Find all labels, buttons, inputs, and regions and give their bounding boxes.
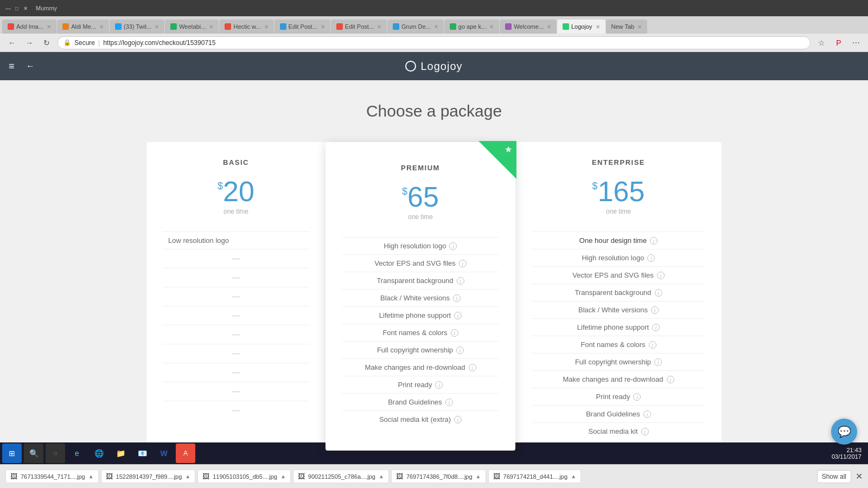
info-icon[interactable]: i bbox=[643, 410, 651, 418]
tab-close-icon[interactable]: ✕ bbox=[209, 24, 213, 30]
back-button[interactable]: ← bbox=[5, 36, 18, 49]
info-icon[interactable]: i bbox=[449, 242, 457, 250]
download-item-6[interactable]: 🖼 7697174218_d441....jpg ▲ bbox=[488, 470, 582, 483]
feature-label: Transparent background bbox=[575, 288, 651, 297]
extension-button[interactable]: ⋯ bbox=[850, 36, 863, 49]
taskbar-folder[interactable]: 📁 bbox=[111, 444, 130, 463]
bookmark-button[interactable]: ☆ bbox=[815, 36, 828, 49]
info-icon[interactable]: i bbox=[655, 289, 662, 297]
info-icon[interactable]: i bbox=[445, 399, 453, 406]
tab-edit1[interactable]: Edit Post... ✕ bbox=[275, 20, 330, 34]
tab-twitter[interactable]: (33) Twit... ✕ bbox=[110, 20, 164, 34]
info-icon[interactable]: i bbox=[457, 277, 464, 285]
taskbar-outlook[interactable]: 📧 bbox=[132, 444, 152, 463]
close-downloads-button[interactable]: ✕ bbox=[856, 471, 863, 481]
dash-icon: — bbox=[232, 406, 240, 415]
tab-close-icon[interactable]: ✕ bbox=[321, 24, 325, 30]
info-icon[interactable]: i bbox=[453, 294, 461, 302]
tab-logojoy[interactable]: Logojoy ✕ bbox=[557, 20, 605, 34]
premium-feature-high-res: High resolution logo i bbox=[342, 237, 499, 254]
info-icon[interactable]: i bbox=[652, 324, 660, 331]
basic-features-list: Low resolution logo — — — — — — — — — bbox=[163, 232, 309, 420]
tab-edit2[interactable]: Edit Post... ✕ bbox=[331, 20, 387, 34]
info-icon[interactable]: i bbox=[650, 237, 658, 245]
info-icon[interactable]: i bbox=[647, 254, 655, 262]
menu-button[interactable]: ≡ bbox=[9, 61, 15, 72]
info-icon[interactable]: i bbox=[633, 393, 641, 401]
back-nav-button[interactable]: ← bbox=[26, 61, 35, 71]
info-icon[interactable]: i bbox=[435, 381, 443, 389]
tab-close-icon[interactable]: ✕ bbox=[377, 24, 381, 30]
download-item-1[interactable]: 🖼 7671339544_7171....jpg ▲ bbox=[5, 470, 99, 483]
tab-close-icon[interactable]: ✕ bbox=[99, 24, 104, 30]
tab-close-icon[interactable]: ✕ bbox=[547, 24, 551, 30]
user-name: Mummy bbox=[36, 5, 57, 11]
download-chevron-icon[interactable]: ▲ bbox=[185, 473, 190, 479]
close-button[interactable]: ✕ bbox=[22, 4, 29, 12]
show-all-button[interactable]: Show all bbox=[817, 470, 851, 483]
info-icon[interactable]: i bbox=[651, 306, 659, 314]
refresh-button[interactable]: ↻ bbox=[40, 36, 53, 49]
chat-button[interactable]: 💬 bbox=[831, 419, 857, 445]
basic-dash-1: — bbox=[163, 249, 309, 268]
tab-aldi[interactable]: Aldi Me... ✕ bbox=[57, 20, 109, 34]
tab-close-icon[interactable]: ✕ bbox=[264, 24, 269, 30]
taskbar-app[interactable]: A bbox=[176, 444, 195, 463]
tab-close-icon[interactable]: ✕ bbox=[47, 24, 51, 30]
info-icon[interactable]: i bbox=[469, 364, 476, 371]
taskbar-chrome[interactable]: 🌐 bbox=[89, 444, 108, 463]
info-icon[interactable]: i bbox=[451, 329, 458, 337]
basic-dash-4: — bbox=[163, 306, 309, 325]
premium-feature-copyright: Full copyright ownership i bbox=[342, 341, 499, 358]
url-bar[interactable]: 🔒 Secure | https://logojoy.com/checkout/… bbox=[58, 36, 810, 49]
tab-close-icon[interactable]: ✕ bbox=[489, 24, 494, 30]
tab-goape[interactable]: go ape k... ✕ bbox=[444, 20, 499, 34]
download-item-5[interactable]: 🖼 7697174386_7f0d8....jpg ▲ bbox=[391, 470, 486, 483]
info-icon[interactable]: i bbox=[459, 260, 467, 267]
tab-welcome[interactable]: Welcome... ✕ bbox=[500, 20, 557, 34]
download-chevron-icon[interactable]: ▲ bbox=[88, 473, 94, 479]
download-item-3[interactable]: 🖼 11905103105_db5....jpg ▲ bbox=[197, 470, 291, 483]
taskbar-cortana[interactable]: ○ bbox=[46, 444, 65, 463]
enterprise-feature-transparent: Transparent background i bbox=[532, 284, 705, 301]
premium-feature-brand: Brand Guidelines i bbox=[342, 393, 499, 410]
download-file-icon: 🖼 bbox=[106, 472, 113, 480]
download-chevron-icon[interactable]: ▲ bbox=[379, 473, 384, 479]
download-chevron-icon[interactable]: ▲ bbox=[280, 473, 286, 479]
info-icon[interactable]: i bbox=[654, 358, 662, 366]
feature-label: Print ready bbox=[398, 381, 432, 389]
tab-close-icon[interactable]: ✕ bbox=[596, 24, 600, 30]
download-item-4[interactable]: 🖼 9002112505_c786a....jpg ▲ bbox=[293, 470, 389, 483]
taskbar-start-button[interactable]: ⊞ bbox=[2, 444, 22, 463]
tab-newtab[interactable]: New Tab ✕ bbox=[606, 20, 648, 34]
tab-grum[interactable]: Grum De... ✕ bbox=[387, 20, 444, 34]
info-icon[interactable]: i bbox=[454, 312, 462, 319]
forward-button[interactable]: → bbox=[23, 36, 36, 49]
tab-close-icon[interactable]: ✕ bbox=[155, 24, 159, 30]
download-chevron-icon[interactable]: ▲ bbox=[476, 473, 481, 479]
taskbar-edge[interactable]: e bbox=[67, 444, 87, 463]
enterprise-feature-vector: Vector EPS and SVG files i bbox=[532, 266, 705, 284]
taskbar-word[interactable]: W bbox=[154, 444, 174, 463]
window-controls[interactable]: — □ ✕ bbox=[4, 4, 29, 12]
pinterest-icon[interactable]: P bbox=[832, 36, 845, 49]
tab-hectic[interactable]: Hectic w... ✕ bbox=[219, 20, 273, 34]
info-icon[interactable]: i bbox=[454, 416, 462, 423]
enterprise-price: $165 bbox=[532, 177, 705, 206]
info-icon[interactable]: i bbox=[649, 341, 656, 349]
info-icon[interactable]: i bbox=[657, 272, 665, 279]
download-chevron-icon[interactable]: ▲ bbox=[571, 473, 576, 479]
tab-close-icon[interactable]: ✕ bbox=[637, 24, 642, 30]
minimize-button[interactable]: — bbox=[4, 4, 12, 12]
tab-weetabi[interactable]: Weetabi... ✕ bbox=[165, 20, 219, 34]
tab-add-ima[interactable]: Add Ima... ✕ bbox=[2, 20, 56, 34]
taskbar-search[interactable]: 🔍 bbox=[24, 444, 43, 463]
info-icon[interactable]: i bbox=[641, 428, 649, 435]
maximize-button[interactable]: □ bbox=[13, 4, 21, 12]
enterprise-feature-bw: Black / White versions i bbox=[532, 301, 705, 318]
info-icon[interactable]: i bbox=[456, 346, 464, 354]
info-icon[interactable]: i bbox=[667, 376, 674, 383]
tab-close-icon[interactable]: ✕ bbox=[434, 24, 438, 30]
feature-label: One hour design time bbox=[579, 236, 647, 245]
download-item-2[interactable]: 🖼 15228914397_f989....jpg ▲ bbox=[101, 470, 196, 483]
